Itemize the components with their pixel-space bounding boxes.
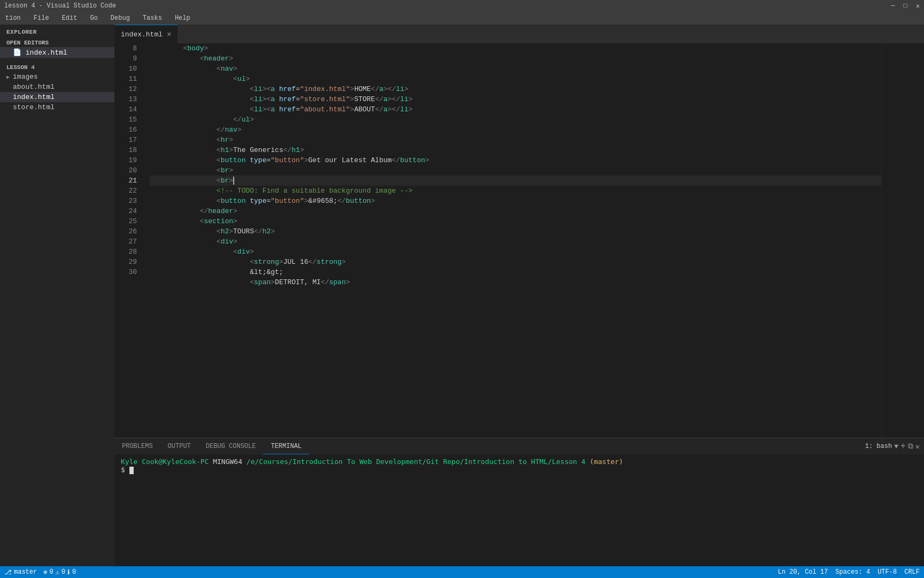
warning-icon: ⚠ (56, 568, 59, 576)
line-num-17: 17 (114, 135, 137, 145)
line-num-27: 27 (114, 237, 137, 247)
menu-item-edit[interactable]: Edit (59, 13, 81, 23)
line-num-24: 24 (114, 206, 137, 216)
code-line-26: <h2>TOURS</h2> (150, 226, 881, 237)
error-number: 0 (49, 568, 53, 576)
menu-item-file[interactable]: File (30, 13, 52, 23)
terminal-line-2: $ (121, 466, 918, 474)
line-num-28: 28 (114, 247, 137, 257)
line-num-15: 15 (114, 115, 137, 125)
terminal-path: /e/Courses/Introduction To Web Developme… (247, 458, 586, 466)
status-right: Ln 20, Col 17 Spaces: 4 UTF-8 CRLF (778, 568, 920, 576)
line-num-18: 18 (114, 145, 137, 155)
maximize-btn[interactable]: □ (904, 2, 907, 10)
line-num-21: 21 (114, 176, 137, 186)
line-num-16: 16 (114, 125, 137, 135)
code-line-9: <header> (150, 54, 881, 64)
terminal-cursor (129, 467, 134, 474)
line-num-20: 20 (114, 165, 137, 176)
menu-item-help[interactable]: Help (172, 13, 194, 23)
line-num-22: 22 (114, 186, 137, 196)
code-line-21: <br> (150, 176, 881, 186)
sidebar-file-index[interactable]: index.html (0, 92, 114, 102)
panel-tab-output[interactable]: OUTPUT (160, 438, 198, 454)
line-num-26: 26 (114, 226, 137, 237)
code-line-19: <button type="button">Get our Latest Alb… (150, 155, 881, 165)
info-number: 0 (72, 568, 76, 576)
title-bar: lesson 4 - Visual Studio Code ─ □ ✕ (0, 0, 924, 12)
status-left: ⎇ master ⊗ 0 ⚠ 0 ℹ 0 (4, 568, 76, 576)
code-line-24: </header> (150, 206, 881, 216)
code-line-16: </nav> (150, 125, 881, 135)
bottom-panel: PROBLEMS OUTPUT DEBUG CONSOLE TERMINAL 1… (114, 438, 924, 566)
info-icon: ℹ (67, 568, 70, 576)
sidebar-file-about[interactable]: about.html (0, 82, 114, 92)
panel-tab-problems[interactable]: PROBLEMS (114, 438, 160, 454)
git-branch-name: master (14, 568, 37, 576)
warning-number: 0 (61, 568, 65, 576)
line-num-30: 30 (114, 267, 137, 277)
line-num-29: 29 (114, 257, 137, 267)
code-line-29: <strong>JUL 16</strong> (150, 257, 881, 267)
menu-bar: tion File Edit Go Debug Tasks Help (0, 12, 924, 25)
indentation[interactable]: Spaces: 4 (835, 568, 870, 576)
open-editors-title: OPEN EDITORS (0, 37, 114, 47)
line-numbers: 8 9 10 11 12 13 14 15 16 17 18 19 20 21 … (114, 43, 141, 438)
error-count[interactable]: ⊗ 0 ⚠ 0 ℹ 0 (43, 568, 76, 576)
terminal-prompt: Kyle Cook@KyleCook-PC (121, 458, 209, 466)
line-num-23: 23 (114, 196, 137, 206)
line-num-25: 25 (114, 216, 137, 226)
line-num-8: 8 (114, 43, 137, 54)
panel-tab-actions: 1: bash ▼ + ⧉ ✕ (865, 442, 924, 451)
code-line-8: <body> (150, 43, 881, 54)
code-line-20: <br> (150, 165, 881, 176)
line-ending[interactable]: CRLF (904, 568, 920, 576)
menu-item-go[interactable]: Go (87, 13, 101, 23)
terminal-dollar: $ (121, 466, 129, 474)
panel-tab-debug[interactable]: DEBUG CONSOLE (198, 438, 264, 454)
code-line-23: <button type="button">&#9658;</button> (150, 196, 881, 206)
minimize-btn[interactable]: ─ (891, 2, 895, 10)
sidebar-folder-images[interactable]: images (0, 72, 114, 82)
code-editor: 8 9 10 11 12 13 14 15 16 17 18 19 20 21 … (114, 43, 924, 438)
code-line-22: <!-- TODO: Find a suitable background im… (150, 186, 881, 196)
git-branch-status[interactable]: ⎇ master (4, 568, 37, 576)
line-num-13: 13 (114, 94, 137, 104)
code-line-27: <div> (150, 237, 881, 247)
tab-bar: index.html ✕ (114, 25, 924, 43)
terminal-close-btn[interactable]: ✕ (915, 442, 920, 451)
file-encoding[interactable]: UTF-8 (877, 568, 897, 576)
line-num-19: 19 (114, 155, 137, 165)
close-btn[interactable]: ✕ (916, 2, 920, 10)
code-line-30: &lt;&gt; (150, 267, 881, 277)
menu-item-debug[interactable]: Debug (107, 13, 133, 23)
tab-close-btn[interactable]: ✕ (167, 31, 171, 38)
sidebar-file-store[interactable]: store.html (0, 102, 114, 112)
line-num-9: 9 (114, 54, 137, 64)
tab-index-html[interactable]: index.html ✕ (114, 25, 178, 43)
terminal-dropdown-icon[interactable]: ▼ (894, 443, 898, 451)
code-line-12: <li><a href="index.html">HOME</a></li> (150, 84, 881, 94)
menu-item-tion[interactable]: tion (2, 13, 24, 23)
cursor-position[interactable]: Ln 20, Col 17 (778, 568, 828, 576)
code-line-28: <div> (150, 247, 881, 257)
menu-item-tasks[interactable]: Tasks (140, 13, 165, 23)
code-line-31: <span>DETROIT, MI</span> (150, 277, 881, 287)
panel-tab-terminal[interactable]: TERMINAL (263, 438, 309, 454)
terminal-shell-label: 1: bash (865, 443, 892, 450)
sidebar-open-editor-index[interactable]: 📄 index.html (0, 47, 114, 58)
code-line-13: <li><a href="store.html">STORE</a></li> (150, 94, 881, 104)
tab-label: index.html (121, 31, 163, 39)
sidebar: EXPLORER OPEN EDITORS 📄 index.html LESSO… (0, 25, 114, 566)
git-icon: ⎇ (4, 568, 12, 576)
terminal-content[interactable]: Kyle Cook@KyleCook-PC MINGW64 /e/Courses… (114, 454, 924, 566)
terminal-add-btn[interactable]: + (900, 442, 906, 451)
code-content[interactable]: <body> <header> <nav> <ul> (141, 43, 881, 438)
code-line-17: <hr> (150, 135, 881, 145)
terminal-line-1: Kyle Cook@KyleCook-PC MINGW64 /e/Courses… (121, 458, 918, 466)
terminal-branch: (master) (590, 458, 623, 466)
code-line-25: <section> (150, 216, 881, 226)
title-text: lesson 4 - Visual Studio Code (4, 2, 116, 10)
terminal-split-btn[interactable]: ⧉ (908, 442, 913, 451)
minimap (881, 43, 924, 438)
